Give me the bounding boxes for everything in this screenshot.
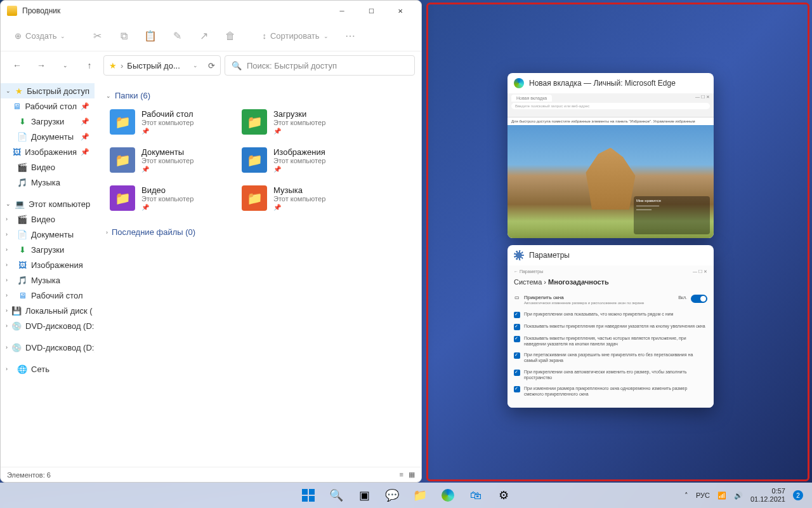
chat-icon[interactable]: 💬 <box>380 483 404 507</box>
svg-rect-2 <box>302 496 308 502</box>
start-button[interactable] <box>296 483 320 507</box>
pin-icon: 📌 <box>81 102 89 110</box>
pin-icon: 📌 <box>141 128 193 135</box>
folder-item[interactable]: 📁ЗагрузкиЭтот компьютер📌 <box>238 105 365 138</box>
sidebar-this-pc[interactable]: ⌄💻Этот компьютер <box>1 196 95 211</box>
folder-item[interactable]: 📁ДокументыЭтот компьютер📌 <box>106 144 233 177</box>
recent-dropdown[interactable]: ⌄ <box>55 55 75 76</box>
paste-icon[interactable]: 📋 <box>139 25 162 48</box>
edge-icon <box>514 78 524 88</box>
copy-icon[interactable]: ⧉ <box>112 25 135 48</box>
setting-option[interactable]: При изменении размера прикрепленного окн… <box>514 383 707 399</box>
svg-rect-3 <box>309 496 315 502</box>
details-view-icon[interactable]: ≡ <box>400 471 403 479</box>
snap-toggle[interactable] <box>691 295 707 303</box>
sidebar-documents[interactable]: 📄Документы📌 <box>1 129 95 144</box>
more-icon[interactable]: ⋯ <box>339 25 362 48</box>
up-button[interactable]: ↑ <box>79 55 100 76</box>
notification-badge[interactable]: 2 <box>793 490 803 500</box>
sidebar-pc-downloads[interactable]: ›⬇Загрузки <box>1 242 95 257</box>
folder-icon: 📁 <box>110 147 135 173</box>
store-icon[interactable]: 🛍 <box>464 483 488 507</box>
cut-icon[interactable]: ✂ <box>86 25 108 48</box>
setting-option[interactable]: При перетаскивании окна разрешить мне пр… <box>514 349 707 366</box>
pin-icon: 📌 <box>81 117 89 126</box>
sidebar-dvd1[interactable]: ›💿DVD-дисковод (D: <box>1 318 95 333</box>
checkbox-icon[interactable] <box>514 336 520 342</box>
sidebar-pc-videos[interactable]: ›🎬Видео <box>1 211 95 227</box>
checkbox-icon[interactable] <box>514 312 520 318</box>
network-icon[interactable]: 📶 <box>717 491 726 500</box>
window-title: Проводник <box>22 6 60 15</box>
sidebar-pc-documents[interactable]: ›📄Документы <box>1 227 95 242</box>
checkbox-icon[interactable] <box>514 352 520 359</box>
minimize-button[interactable]: ─ <box>327 1 357 21</box>
rename-icon[interactable]: ✎ <box>166 25 188 48</box>
setting-option[interactable]: При прикреплении окна автоматически изме… <box>514 366 707 383</box>
setting-option[interactable]: Показывать макеты прикрепления при навед… <box>514 321 707 333</box>
folder-item[interactable]: 📁Рабочий столЭтот компьютер📌 <box>106 105 233 138</box>
forward-button[interactable]: → <box>31 55 51 76</box>
refresh-icon[interactable]: ⟳ <box>208 61 215 70</box>
breadcrumb: Система › Многозадачность <box>514 278 707 286</box>
language-indicator[interactable]: РУС <box>696 491 710 499</box>
volume-icon[interactable]: 🔊 <box>734 491 743 500</box>
sidebar-downloads[interactable]: ⬇Загрузки📌 <box>1 114 95 129</box>
back-button[interactable]: ← <box>7 55 27 76</box>
sidebar-dvd2[interactable]: ›💿DVD-дисковод (D:) <box>1 340 95 355</box>
svg-rect-0 <box>302 489 308 495</box>
pin-icon: 📌 <box>273 166 325 173</box>
sidebar-pc-pictures[interactable]: ›🖼Изображения <box>1 257 95 272</box>
checkbox-icon[interactable] <box>514 324 520 330</box>
delete-icon[interactable]: 🗑 <box>219 25 242 48</box>
setting-option[interactable]: При прикреплении окна показывать, что мо… <box>514 309 707 321</box>
sidebar-pc-desktop[interactable]: ›🖥Рабочий стол <box>1 288 95 303</box>
sidebar-videos[interactable]: 🎬Видео <box>1 159 95 175</box>
snap-thumb-settings[interactable]: Параметры ← Параметры— ☐ ✕ Система › Мно… <box>508 245 714 408</box>
sidebar-pc-music[interactable]: ›🎵Музыка <box>1 272 95 288</box>
explorer-icon <box>7 6 17 16</box>
pin-icon: 📌 <box>81 133 89 141</box>
folder-item[interactable]: 📁МузыкаЭтот компьютер📌 <box>238 182 365 215</box>
svg-rect-1 <box>309 489 315 495</box>
task-view-icon[interactable]: ▣ <box>352 483 376 507</box>
tray-chevron-icon[interactable]: ˄ <box>684 491 688 500</box>
toolbar: ⊕ Создать ⌄ ✂ ⧉ 📋 ✎ ↗ 🗑 ↕ Сортировать ⌄ … <box>1 21 421 51</box>
chevron-down-icon[interactable]: ⌄ <box>193 62 198 69</box>
share-icon[interactable]: ↗ <box>192 25 215 48</box>
sidebar-pictures[interactable]: 🖼Изображения📌 <box>1 144 95 159</box>
clock[interactable]: 0:57 01.12.2021 <box>750 487 785 504</box>
new-button[interactable]: ⊕ Создать ⌄ <box>8 27 72 44</box>
browser-hero-image: Мне нравится ━━━━━━━━━━━━ ━━━━━━━━ <box>508 125 714 238</box>
search-input[interactable]: 🔍 Поиск: Быстрый доступ <box>225 55 415 76</box>
sidebar-network[interactable]: ›🌐Сеть <box>1 361 95 377</box>
browser-chrome: Новая вкладка— ☐ ✕ Введите поисковый зап… <box>508 93 714 117</box>
sort-button[interactable]: ↕ Сортировать ⌄ <box>256 27 334 44</box>
explorer-taskbar-icon[interactable]: 📁 <box>408 483 432 507</box>
search-icon[interactable]: 🔍 <box>324 483 348 507</box>
address-bar[interactable]: ★ › Быстрый до... ⌄ ⟳ <box>103 55 221 76</box>
tiles-view-icon[interactable]: ▦ <box>409 471 415 479</box>
pin-icon: 📌 <box>273 128 325 135</box>
maximize-button[interactable]: ☐ <box>357 1 386 21</box>
folder-item[interactable]: 📁ВидеоЭтот компьютер📌 <box>106 182 233 215</box>
recent-section-header[interactable]: ›Последние файлы (0) <box>106 227 410 237</box>
sidebar-local-disk[interactable]: ›💾Локальный диск ( <box>1 303 95 318</box>
sidebar-quick-access[interactable]: ⌄★Быстрый доступ <box>1 83 95 98</box>
sidebar-desktop[interactable]: 🖥Рабочий стол📌 <box>1 98 95 114</box>
folder-item[interactable]: 📁ИзображенияЭтот компьютер📌 <box>238 144 365 177</box>
search-icon: 🔍 <box>232 61 242 70</box>
sidebar-music[interactable]: 🎵Музыка <box>1 175 95 190</box>
folder-icon: 📁 <box>242 147 267 173</box>
settings-taskbar-icon[interactable]: ⚙ <box>492 483 516 507</box>
checkbox-icon[interactable] <box>514 386 520 392</box>
taskbar: 🔍 ▣ 💬 📁 🛍 ⚙ ˄ РУС 📶 🔊 0:57 01.12.2021 2 <box>0 483 812 508</box>
folders-section-header[interactable]: ⌄Папки (6) <box>106 91 410 100</box>
edge-taskbar-icon[interactable] <box>436 483 460 507</box>
snap-thumb-edge[interactable]: Новая вкладка — Личный: Microsoft Edge Н… <box>508 73 714 238</box>
close-button[interactable]: ✕ <box>386 1 415 21</box>
overlay-card: Мне нравится ━━━━━━━━━━━━ ━━━━━━━━ <box>634 196 710 234</box>
setting-option[interactable]: Показывать макеты прикрепления, частью к… <box>514 333 707 349</box>
checkbox-icon[interactable] <box>514 370 520 376</box>
titlebar[interactable]: Проводник ─ ☐ ✕ <box>1 1 421 21</box>
